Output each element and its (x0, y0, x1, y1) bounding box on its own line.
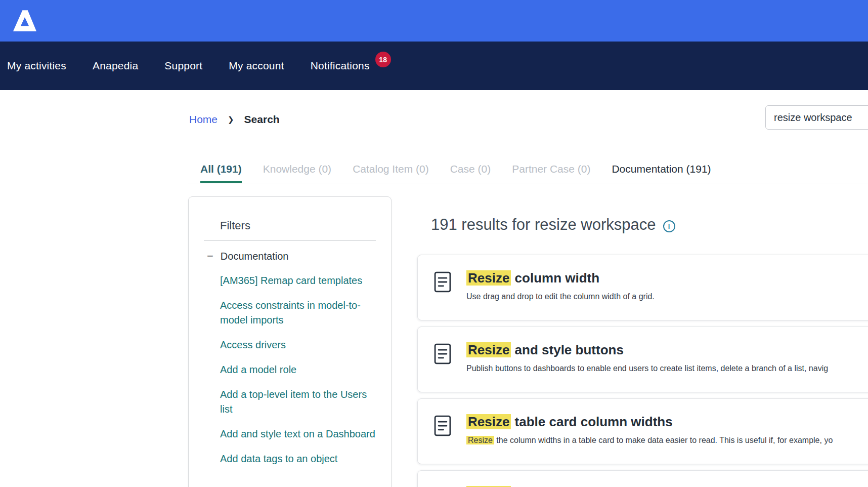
filter-link-remap-card-templates[interactable]: [AM365] Remap card templates (220, 273, 376, 288)
highlight: Resize (466, 342, 511, 357)
anaplan-logo-icon[interactable] (13, 10, 36, 31)
tab-knowledge[interactable]: Knowledge (0) (263, 163, 331, 183)
tab-case[interactable]: Case (0) (450, 163, 491, 183)
result-title[interactable]: Resize table card column widths (466, 413, 833, 430)
top-brand-bar (0, 0, 868, 42)
result-card-body: Resize table card column widths Resize t… (466, 413, 833, 446)
tab-catalog-item[interactable]: Catalog Item (0) (353, 163, 429, 183)
result-title[interactable]: Resize (466, 485, 511, 487)
result-title[interactable]: Resize column width (466, 269, 655, 287)
filter-links: [AM365] Remap card templates Access cons… (220, 273, 376, 466)
nav-notifications-label: Notifications (311, 60, 370, 71)
highlight: Resize (466, 270, 511, 286)
result-snippet-rest: the column widths in a table card to mak… (494, 436, 833, 444)
notification-badge: 18 (375, 52, 391, 67)
highlight: Resize (466, 414, 511, 429)
result-snippet: Resize the column widths in a table card… (466, 435, 833, 446)
filters-title: Filters (220, 219, 376, 232)
tab-all[interactable]: All (191) (200, 163, 242, 183)
filter-link-add-top-level-item[interactable]: Add a top-level item to the Users list (220, 387, 376, 417)
breadcrumb: Home ❯ Search (189, 113, 280, 126)
filters-panel: Filters − Documentation [AM365] Remap ca… (188, 196, 392, 487)
document-icon (433, 415, 452, 439)
result-snippet-rest: Publish buttons to dashboards to enable … (466, 364, 828, 373)
tab-partner-case[interactable]: Partner Case (0) (512, 163, 590, 183)
nav-anapedia[interactable]: Anapedia (93, 60, 138, 72)
breadcrumb-chevron-icon: ❯ (228, 115, 234, 124)
result-card-resize-style-buttons[interactable]: Resize and style buttons Publish buttons… (417, 327, 868, 392)
search-tabs: All (191) Knowledge (0) Catalog Item (0)… (188, 163, 868, 183)
result-card-body: Resize and style buttons Publish buttons… (466, 341, 828, 374)
filter-link-add-style-text[interactable]: Add and style text on a Dashboard (220, 427, 376, 441)
info-icon[interactable]: i (663, 220, 675, 232)
filter-link-access-drivers[interactable]: Access drivers (220, 338, 376, 352)
results-list: Resize column width Use drag and drop to… (417, 255, 868, 487)
result-title-rest: column width (511, 270, 599, 286)
breadcrumb-home-link[interactable]: Home (189, 113, 218, 126)
filter-link-add-model-role[interactable]: Add a model role (220, 362, 376, 377)
result-card-resize-column-width[interactable]: Resize column width Use drag and drop to… (417, 255, 868, 320)
result-card-resize-table-card-columns[interactable]: Resize table card column widths Resize t… (417, 398, 868, 464)
nav-notifications[interactable]: Notifications 18 (311, 60, 370, 72)
result-card-partial[interactable]: Resize (417, 470, 868, 487)
document-icon (433, 271, 452, 295)
result-card-body: Resize (466, 485, 511, 487)
result-snippet-rest: Use drag and drop to edit the column wid… (466, 292, 655, 301)
result-title-rest: and style buttons (511, 342, 623, 357)
result-snippet: Use drag and drop to edit the column wid… (466, 291, 655, 302)
result-card-body: Resize column width Use drag and drop to… (466, 269, 655, 302)
nav-my-activities[interactable]: My activities (7, 60, 66, 72)
filter-link-access-constraints[interactable]: Access constraints in model-to-model imp… (220, 298, 376, 328)
results-header: 191 results for resize workspace i (431, 216, 675, 234)
filters-section-label: Documentation (221, 250, 289, 262)
nav-my-account[interactable]: My account (229, 60, 284, 72)
main-nav: My activities Anapedia Support My accoun… (0, 42, 868, 90)
highlight: Resize (466, 436, 494, 444)
breadcrumb-current: Search (244, 113, 280, 126)
result-title-rest: table card column widths (511, 414, 672, 429)
results-header-text: 191 results for resize workspace (431, 216, 656, 234)
filters-section-documentation[interactable]: − Documentation (207, 250, 376, 262)
nav-support[interactable]: Support (164, 60, 202, 72)
filters-divider (204, 240, 376, 241)
filter-link-add-data-tags[interactable]: Add data tags to an object (220, 452, 376, 466)
search-input[interactable] (765, 105, 868, 130)
document-icon (433, 343, 452, 367)
result-snippet: Publish buttons to dashboards to enable … (466, 363, 828, 374)
collapse-icon[interactable]: − (207, 251, 213, 261)
result-title[interactable]: Resize and style buttons (466, 341, 828, 358)
tab-documentation[interactable]: Documentation (191) (612, 163, 711, 183)
